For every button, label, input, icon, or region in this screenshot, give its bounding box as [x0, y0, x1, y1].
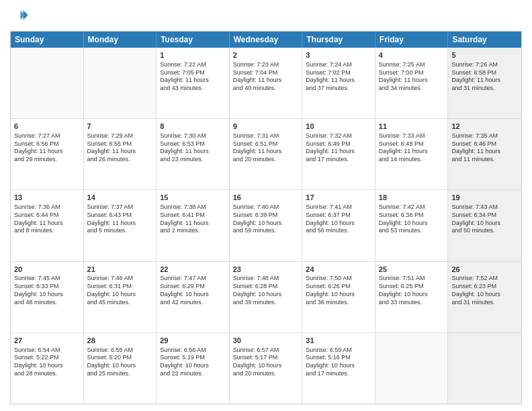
- day-number: 21: [87, 265, 153, 275]
- cell-info: Sunrise: 7:52 AM Sunset: 6:23 PM Dayligh…: [451, 275, 518, 306]
- day-number: 31: [306, 336, 371, 346]
- cell-info: Sunrise: 7:23 AM Sunset: 7:04 PM Dayligh…: [233, 61, 299, 93]
- calendar-cell: 30Sunrise: 6:57 AM Sunset: 5:17 PM Dayli…: [230, 333, 303, 404]
- day-number: 23: [233, 265, 299, 275]
- day-of-week-header: Friday: [375, 32, 449, 48]
- day-number: 13: [14, 193, 80, 203]
- calendar-cell: 20Sunrise: 7:45 AM Sunset: 6:33 PM Dayli…: [11, 262, 84, 332]
- cell-info: Sunrise: 7:37 AM Sunset: 6:43 PM Dayligh…: [87, 203, 153, 235]
- cell-info: Sunrise: 7:32 AM Sunset: 6:49 PM Dayligh…: [306, 132, 371, 164]
- cell-info: Sunrise: 7:46 AM Sunset: 6:31 PM Dayligh…: [87, 275, 153, 306]
- calendar-cell: 8Sunrise: 7:30 AM Sunset: 6:53 PM Daylig…: [157, 119, 230, 189]
- cell-info: Sunrise: 7:33 AM Sunset: 6:48 PM Dayligh…: [379, 132, 445, 164]
- calendar-cell: 14Sunrise: 7:37 AM Sunset: 6:43 PM Dayli…: [84, 190, 157, 261]
- calendar-cell: 11Sunrise: 7:33 AM Sunset: 6:48 PM Dayli…: [375, 119, 449, 189]
- day-number: 3: [306, 50, 371, 60]
- calendar-cell: 27Sunrise: 6:54 AM Sunset: 5:22 PM Dayli…: [11, 333, 84, 404]
- calendar-cell: 19Sunrise: 7:43 AM Sunset: 6:34 PM Dayli…: [448, 190, 521, 261]
- calendar-cell: [448, 333, 521, 404]
- day-number: 6: [14, 122, 80, 132]
- cell-info: Sunrise: 6:59 AM Sunset: 5:16 PM Dayligh…: [306, 347, 371, 378]
- calendar-cell: [11, 48, 84, 118]
- day-number: 26: [451, 265, 518, 275]
- day-number: 2: [233, 50, 299, 60]
- cell-info: Sunrise: 7:50 AM Sunset: 6:26 PM Dayligh…: [306, 275, 371, 306]
- day-number: 9: [233, 122, 299, 132]
- cell-info: Sunrise: 6:55 AM Sunset: 5:20 PM Dayligh…: [87, 347, 153, 378]
- cell-info: Sunrise: 7:36 AM Sunset: 6:44 PM Dayligh…: [14, 203, 80, 235]
- calendar-row: 27Sunrise: 6:54 AM Sunset: 5:22 PM Dayli…: [11, 333, 521, 404]
- cell-info: Sunrise: 7:24 AM Sunset: 7:02 PM Dayligh…: [306, 61, 371, 93]
- cell-info: Sunrise: 7:30 AM Sunset: 6:53 PM Dayligh…: [160, 132, 226, 164]
- day-number: 22: [160, 265, 226, 275]
- day-number: 17: [306, 193, 371, 203]
- cell-info: Sunrise: 6:54 AM Sunset: 5:22 PM Dayligh…: [14, 347, 80, 378]
- calendar-row: 20Sunrise: 7:45 AM Sunset: 6:33 PM Dayli…: [11, 262, 521, 333]
- day-of-week-header: Tuesday: [157, 32, 230, 48]
- calendar-cell: 7Sunrise: 7:29 AM Sunset: 6:55 PM Daylig…: [84, 119, 157, 189]
- day-number: 12: [451, 122, 518, 132]
- day-number: 24: [306, 265, 371, 275]
- day-of-week-header: Thursday: [302, 32, 375, 48]
- calendar-cell: 22Sunrise: 7:47 AM Sunset: 6:29 PM Dayli…: [157, 262, 230, 332]
- header: [10, 7, 522, 26]
- cell-info: Sunrise: 7:51 AM Sunset: 6:25 PM Dayligh…: [379, 275, 445, 306]
- cell-info: Sunrise: 7:48 AM Sunset: 6:28 PM Dayligh…: [233, 275, 299, 306]
- day-number: 15: [160, 193, 226, 203]
- day-number: 4: [379, 50, 445, 60]
- cell-info: Sunrise: 7:35 AM Sunset: 6:46 PM Dayligh…: [451, 132, 518, 164]
- page: SundayMondayTuesdayWednesdayThursdayFrid…: [0, 0, 532, 411]
- cell-info: Sunrise: 7:47 AM Sunset: 6:29 PM Dayligh…: [160, 275, 226, 306]
- calendar-cell: 18Sunrise: 7:42 AM Sunset: 6:36 PM Dayli…: [375, 190, 449, 261]
- calendar-cell: 4Sunrise: 7:25 AM Sunset: 7:00 PM Daylig…: [375, 48, 449, 118]
- cell-info: Sunrise: 7:25 AM Sunset: 7:00 PM Dayligh…: [379, 61, 445, 93]
- day-number: 11: [379, 122, 445, 132]
- day-number: 20: [14, 265, 80, 275]
- day-number: 14: [87, 193, 153, 203]
- cell-info: Sunrise: 7:38 AM Sunset: 6:41 PM Dayligh…: [160, 203, 226, 235]
- calendar-cell: 5Sunrise: 7:26 AM Sunset: 6:58 PM Daylig…: [448, 48, 521, 118]
- cell-info: Sunrise: 7:41 AM Sunset: 6:37 PM Dayligh…: [306, 203, 371, 235]
- calendar-cell: 28Sunrise: 6:55 AM Sunset: 5:20 PM Dayli…: [84, 333, 157, 404]
- calendar-cell: 9Sunrise: 7:31 AM Sunset: 6:51 PM Daylig…: [230, 119, 303, 189]
- cell-info: Sunrise: 7:27 AM Sunset: 6:56 PM Dayligh…: [14, 132, 80, 164]
- day-of-week-header: Saturday: [448, 32, 521, 48]
- calendar: SundayMondayTuesdayWednesdayThursdayFrid…: [10, 31, 522, 404]
- calendar-cell: 12Sunrise: 7:35 AM Sunset: 6:46 PM Dayli…: [448, 119, 521, 189]
- calendar-header: SundayMondayTuesdayWednesdayThursdayFrid…: [11, 32, 521, 48]
- day-of-week-header: Monday: [84, 32, 157, 48]
- cell-info: Sunrise: 7:22 AM Sunset: 7:05 PM Dayligh…: [160, 61, 226, 93]
- day-number: 7: [87, 122, 153, 132]
- day-number: 27: [14, 336, 80, 346]
- day-number: 5: [451, 50, 518, 60]
- calendar-cell: 31Sunrise: 6:59 AM Sunset: 5:16 PM Dayli…: [302, 333, 375, 404]
- calendar-cell: [84, 48, 157, 118]
- calendar-cell: 6Sunrise: 7:27 AM Sunset: 6:56 PM Daylig…: [11, 119, 84, 189]
- calendar-cell: 10Sunrise: 7:32 AM Sunset: 6:49 PM Dayli…: [302, 119, 375, 189]
- calendar-body: 1Sunrise: 7:22 AM Sunset: 7:05 PM Daylig…: [11, 48, 521, 404]
- cell-info: Sunrise: 7:42 AM Sunset: 6:36 PM Dayligh…: [379, 203, 445, 235]
- cell-info: Sunrise: 7:40 AM Sunset: 6:39 PM Dayligh…: [233, 203, 299, 235]
- cell-info: Sunrise: 7:43 AM Sunset: 6:34 PM Dayligh…: [451, 203, 518, 235]
- day-number: 1: [160, 50, 226, 60]
- calendar-cell: 29Sunrise: 6:56 AM Sunset: 5:19 PM Dayli…: [157, 333, 230, 404]
- day-number: 25: [379, 265, 445, 275]
- calendar-cell: 17Sunrise: 7:41 AM Sunset: 6:37 PM Dayli…: [302, 190, 375, 261]
- calendar-row: 1Sunrise: 7:22 AM Sunset: 7:05 PM Daylig…: [11, 48, 521, 119]
- cell-info: Sunrise: 7:29 AM Sunset: 6:55 PM Dayligh…: [87, 132, 153, 164]
- calendar-cell: 15Sunrise: 7:38 AM Sunset: 6:41 PM Dayli…: [157, 190, 230, 261]
- day-number: 16: [233, 193, 299, 203]
- day-number: 29: [160, 336, 226, 346]
- day-number: 8: [160, 122, 226, 132]
- calendar-row: 6Sunrise: 7:27 AM Sunset: 6:56 PM Daylig…: [11, 119, 521, 190]
- calendar-cell: 16Sunrise: 7:40 AM Sunset: 6:39 PM Dayli…: [230, 190, 303, 261]
- cell-info: Sunrise: 6:56 AM Sunset: 5:19 PM Dayligh…: [160, 347, 226, 378]
- day-number: 30: [233, 336, 299, 346]
- calendar-cell: 26Sunrise: 7:52 AM Sunset: 6:23 PM Dayli…: [448, 262, 521, 332]
- cell-info: Sunrise: 7:26 AM Sunset: 6:58 PM Dayligh…: [451, 61, 518, 93]
- day-number: 10: [306, 122, 371, 132]
- day-number: 18: [379, 193, 445, 203]
- day-of-week-header: Wednesday: [230, 32, 303, 48]
- calendar-row: 13Sunrise: 7:36 AM Sunset: 6:44 PM Dayli…: [11, 190, 521, 261]
- logo-icon: [10, 7, 29, 26]
